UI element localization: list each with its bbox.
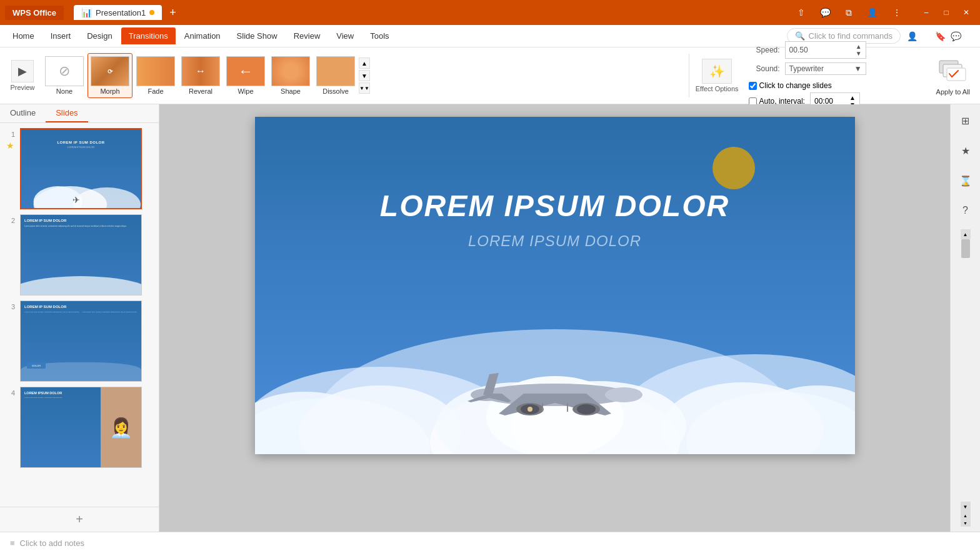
- scrollbar-thumb[interactable]: [961, 239, 970, 258]
- transition-reveral-thumb: ↔: [181, 56, 220, 86]
- slide-item-3[interactable]: 3 LOREM IP SUM DOLOR Lorem ipsum dolor s…: [5, 300, 154, 382]
- titlebar-right: ⇧ 💬 ⧉ 👤 ⋮ – □ ✕: [794, 6, 975, 19]
- svg-point-31: [528, 407, 532, 412]
- sound-row: Sound: Typewriter ▼: [749, 62, 921, 75]
- slide-item-2[interactable]: 2 LOREM IP SUM DOLOR Lorem ipsum dolor s…: [5, 214, 154, 295]
- add-tab-button[interactable]: +: [169, 6, 176, 19]
- preview-icon: ▶: [11, 60, 34, 82]
- tab-outline[interactable]: Outline: [0, 104, 46, 122]
- effect-panel: Speed: 00.50 ▲▼ Sound: Typewriter ▼: [741, 39, 929, 112]
- add-slide-button[interactable]: +: [0, 507, 159, 532]
- tab-animation[interactable]: Animation: [177, 27, 228, 44]
- share-icon[interactable]: ⇧: [794, 6, 809, 19]
- sound-select[interactable]: Typewriter ▼: [785, 62, 866, 75]
- ribbon-content: ▶ Preview ⊘ None ⟳ Morph Fade: [0, 47, 980, 104]
- slide-item-4[interactable]: 4 LOREM IPSUM DOLOR Lorem ipsum dolor si…: [5, 387, 154, 468]
- transition-shape[interactable]: Shape: [269, 54, 312, 97]
- restore-icon[interactable]: ⧉: [842, 6, 856, 19]
- speed-spinner-up[interactable]: ▲▼: [856, 43, 862, 57]
- notes-area[interactable]: ≡ Click to add notes: [0, 532, 980, 551]
- transition-fade[interactable]: Fade: [134, 54, 178, 97]
- scroll-bottom-button[interactable]: ▼: [961, 502, 971, 512]
- unsaved-indicator: [149, 10, 154, 15]
- slide-title[interactable]: LOREM IPSUM DOLOR: [255, 189, 855, 223]
- slide-thumb-3[interactable]: LOREM IP SUM DOLOR Lorem ipsum dolor sit…: [20, 300, 142, 382]
- effect-options-button[interactable]: ✨ Effect Options: [689, 54, 739, 97]
- avatar-icon[interactable]: 👤: [863, 6, 881, 19]
- comment-icon[interactable]: 💬: [816, 6, 834, 19]
- star-badge-1: ★: [6, 139, 14, 151]
- transition-wipe[interactable]: ← Wipe: [224, 54, 268, 97]
- speed-select[interactable]: 00.50 ▲▼: [785, 41, 866, 59]
- tab-slides[interactable]: Slides: [46, 104, 88, 122]
- effect-options-icon: ✨: [702, 59, 732, 84]
- transition-reveral[interactable]: ↔ Reveral: [179, 54, 222, 97]
- transition-fade-label: Fade: [148, 87, 163, 95]
- transition-none[interactable]: ⊘ None: [42, 54, 86, 97]
- preview-button[interactable]: ▶ Preview: [5, 53, 40, 98]
- slide-thumb-3-bg: LOREM IP SUM DOLOR Lorem ipsum dolor sit…: [21, 301, 141, 381]
- titlebar: WPS Office 📊 Presentation1 + ⇧ 💬 ⧉ 👤 ⋮ –…: [0, 0, 980, 25]
- transition-morph[interactable]: ⟳ Morph: [88, 53, 132, 98]
- tab-home[interactable]: Home: [5, 27, 42, 44]
- transition-reveral-label: Reveral: [189, 87, 212, 95]
- tab-review[interactable]: Review: [286, 27, 328, 44]
- cloud-area: [255, 242, 855, 454]
- right-panel-icon-3[interactable]: ⌛: [954, 169, 977, 192]
- more-icon[interactable]: ⋮: [889, 6, 905, 19]
- slide-thumb-2[interactable]: LOREM IP SUM DOLOR Lorem ipsum dolor sit…: [20, 214, 142, 295]
- right-panel-icon-2[interactable]: ★: [954, 139, 977, 162]
- slides-list: 1 ★ LOREM IP SUM DOLOR LOREM IPSUM DOLOR: [0, 123, 159, 507]
- slide-thumb-1-bg: LOREM IP SUM DOLOR LOREM IPSUM DOLOR ✈: [21, 129, 141, 208]
- slide-thumb-4[interactable]: LOREM IPSUM DOLOR Lorem ipsum dolor sit …: [20, 387, 142, 468]
- scroll-more-buttons: ▲ ▼: [961, 512, 971, 527]
- apply-all-icon: [938, 56, 968, 86]
- transition-wipe-label: Wipe: [238, 87, 253, 95]
- sun-circle: [712, 147, 755, 189]
- scroll-up-arrow[interactable]: ▲: [359, 57, 370, 69]
- svg-point-30: [577, 404, 596, 414]
- slide-item-1[interactable]: 1 ★ LOREM IP SUM DOLOR LOREM IPSUM DOLOR: [5, 128, 154, 209]
- tab-slideshow[interactable]: Slide Show: [229, 27, 285, 44]
- slide-thumb-2-bg: LOREM IP SUM DOLOR Lorem ipsum dolor sit…: [21, 215, 141, 295]
- tab-tools[interactable]: Tools: [362, 27, 396, 44]
- slide-num-2: 2: [5, 214, 15, 295]
- wipe-icon: ←: [238, 62, 253, 80]
- tab-view[interactable]: View: [329, 27, 361, 44]
- scroll-bottom-fast[interactable]: ▼: [961, 519, 971, 527]
- click-to-change-row: Click to change slides: [749, 81, 921, 90]
- right-panel-icon-1[interactable]: ⊞: [954, 109, 977, 132]
- main-slide-canvas[interactable]: LOREM IPSUM DOLOR LOREM IPSUM DOLOR: [255, 117, 855, 454]
- transition-none-label: None: [56, 87, 72, 95]
- scroll-top-fast[interactable]: ▲: [961, 512, 971, 519]
- toolbar-icon-5[interactable]: ⋮: [966, 31, 975, 41]
- maximize-button[interactable]: □: [938, 6, 955, 19]
- notes-placeholder: Click to add notes: [20, 539, 84, 548]
- toolbar-icon-4[interactable]: 💬: [951, 31, 961, 41]
- close-button[interactable]: ✕: [958, 6, 975, 19]
- toolbar-icon-3[interactable]: 🔖: [935, 31, 946, 41]
- transition-fade-thumb: [136, 56, 175, 86]
- slide-thumb-1[interactable]: LOREM IP SUM DOLOR LOREM IPSUM DOLOR ✈: [20, 128, 142, 209]
- scroll-more-arrow[interactable]: ▼▼: [359, 82, 370, 94]
- tab-insert[interactable]: Insert: [43, 27, 79, 44]
- right-panel-icon-4[interactable]: ?: [954, 199, 977, 222]
- wps-logo[interactable]: WPS Office: [5, 6, 64, 20]
- transitions-scroll: ▲ ▼ ▼▼: [359, 57, 370, 94]
- minimize-button[interactable]: –: [918, 6, 935, 19]
- speed-value: 00.50: [789, 46, 808, 54]
- apply-to-all-button[interactable]: Apply to All: [931, 53, 975, 98]
- right-panel: ⊞ ★ ⌛ ? ▲ ▼ ▲ ▼: [950, 104, 980, 532]
- transition-wipe-thumb: ←: [226, 56, 265, 86]
- transition-shape-label: Shape: [281, 87, 301, 95]
- scroll-down-arrow[interactable]: ▼: [359, 70, 370, 81]
- tab-design[interactable]: Design: [79, 27, 119, 44]
- document-tab[interactable]: 📊 Presentation1: [74, 5, 162, 20]
- transition-dissolve[interactable]: Dissolve: [314, 54, 358, 97]
- slide-panel: Outline Slides 1 ★ LOREM IP SUM DOLOR LO…: [0, 104, 159, 532]
- sound-label: Sound:: [749, 64, 780, 73]
- transition-morph-thumb: ⟳: [91, 56, 129, 86]
- tab-transitions[interactable]: Transitions: [121, 27, 176, 44]
- click-to-change-checkbox[interactable]: [749, 82, 757, 90]
- scroll-top-button[interactable]: ▲: [961, 229, 971, 239]
